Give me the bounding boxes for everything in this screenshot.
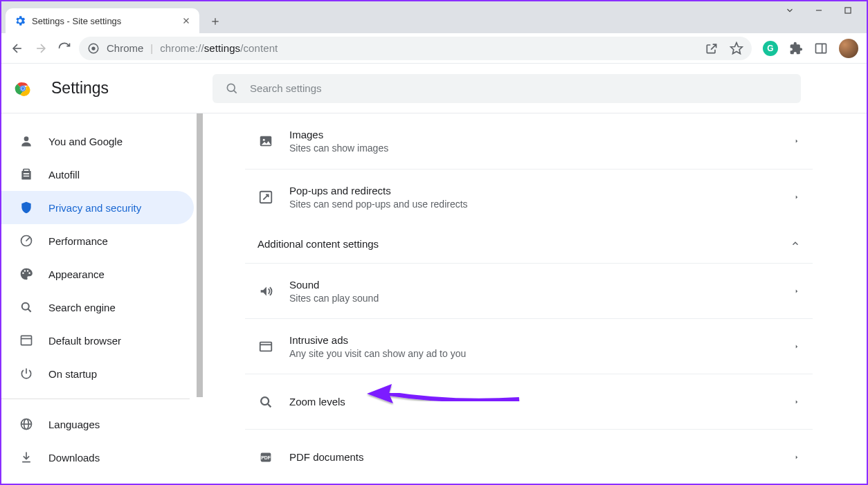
sidebar-scrollbar[interactable] xyxy=(195,113,204,484)
sidebar-item-label: Performance xyxy=(48,235,108,247)
sound-icon xyxy=(258,284,273,299)
svg-point-16 xyxy=(21,86,24,89)
person-icon xyxy=(19,134,33,148)
reload-button[interactable] xyxy=(57,41,72,56)
svg-point-21 xyxy=(22,303,29,310)
window-controls xyxy=(785,6,853,15)
sidebar-item-label: You and Google xyxy=(48,136,123,147)
row-subtitle: Sites can show images xyxy=(289,143,793,154)
setting-row-pdf-documents[interactable]: PDF PDF documents xyxy=(245,429,813,484)
chrome-logo-icon xyxy=(14,80,32,98)
profile-avatar[interactable] xyxy=(839,39,858,58)
search-icon xyxy=(225,82,239,95)
row-title: Images xyxy=(289,129,793,140)
side-panel-icon[interactable] xyxy=(814,42,828,55)
back-button[interactable] xyxy=(10,41,25,56)
gear-icon xyxy=(14,15,26,27)
chevron-right-icon xyxy=(793,452,800,462)
setting-row-intrusive-ads[interactable]: Intrusive adsAny site you visit can show… xyxy=(245,318,813,374)
forward-button xyxy=(33,41,48,56)
sidebar-item-on-startup[interactable]: On startup xyxy=(1,357,194,390)
sidebar-item-you-and-google[interactable]: You and Google xyxy=(1,125,194,158)
setting-row-popups[interactable]: Pop-ups and redirectsSites can send pop-… xyxy=(245,169,813,224)
sidebar-item-autofill[interactable]: Autofill xyxy=(1,158,194,191)
section-title: Additional content settings xyxy=(257,238,379,250)
grammarly-extension-icon[interactable]: G xyxy=(763,41,778,56)
popup-icon xyxy=(258,190,273,205)
sidebar-item-performance[interactable]: Performance xyxy=(1,224,194,257)
sidebar-item-label: Languages xyxy=(48,419,100,430)
window-dropdown-icon[interactable] xyxy=(785,6,795,15)
svg-point-17 xyxy=(227,84,235,91)
main-panel: ImagesSites can show images Pop-ups and … xyxy=(204,113,867,484)
search-placeholder: Search settings xyxy=(250,82,321,94)
chevron-right-icon xyxy=(793,397,800,407)
new-tab-button[interactable] xyxy=(205,11,226,32)
chevron-right-icon xyxy=(793,286,800,296)
tab-strip: Settings - Site settings xyxy=(1,1,867,33)
row-title: Sound xyxy=(289,279,793,291)
row-title: Zoom levels xyxy=(289,396,793,408)
search-settings-input[interactable]: Search settings xyxy=(213,74,801,103)
browser-tab[interactable]: Settings - Site settings xyxy=(6,8,199,33)
row-title: PDF documents xyxy=(289,451,793,463)
svg-point-9 xyxy=(91,46,95,50)
browser-icon xyxy=(19,333,33,347)
row-subtitle: Any site you visit can show any ad to yo… xyxy=(289,348,793,359)
sidebar-item-label: Autofill xyxy=(48,169,80,181)
section-additional-content[interactable]: Additional content settings xyxy=(245,224,813,263)
chevron-up-icon xyxy=(790,239,800,248)
sidebar-item-label: Default browser xyxy=(48,335,121,347)
setting-row-zoom-levels[interactable]: Zoom levels xyxy=(245,374,813,429)
sidebar-item-default-browser[interactable]: Default browser xyxy=(1,324,194,357)
page-title: Settings xyxy=(51,79,109,98)
chevron-right-icon xyxy=(793,136,800,146)
sidebar: You and Google Autofill Privacy and secu… xyxy=(1,113,204,484)
svg-rect-11 xyxy=(816,44,826,53)
sidebar-item-search-engine[interactable]: Search engine xyxy=(1,291,194,324)
row-title: Pop-ups and redirects xyxy=(289,185,793,196)
sidebar-item-privacy[interactable]: Privacy and security xyxy=(1,191,194,224)
bookmark-star-icon[interactable] xyxy=(730,42,743,55)
share-icon[interactable] xyxy=(705,42,718,55)
power-icon xyxy=(19,367,33,381)
chevron-right-icon xyxy=(793,192,800,202)
sidebar-item-appearance[interactable]: Appearance xyxy=(1,257,194,291)
row-subtitle: Sites can send pop-ups and use redirects xyxy=(289,199,793,210)
address-bar[interactable]: Chrome | chrome://settings/content xyxy=(79,37,752,60)
svg-rect-1 xyxy=(845,8,851,13)
svg-rect-31 xyxy=(260,342,272,351)
row-title: Intrusive ads xyxy=(289,334,793,346)
toolbar: Chrome | chrome://settings/content G xyxy=(1,33,867,64)
search-icon xyxy=(19,300,33,314)
sidebar-item-downloads[interactable]: Downloads xyxy=(1,441,194,474)
shield-icon xyxy=(19,201,33,214)
tab-title: Settings - Site settings xyxy=(32,16,176,26)
svg-line-18 xyxy=(234,90,237,93)
svg-line-34 xyxy=(268,403,271,407)
svg-rect-23 xyxy=(21,336,32,345)
svg-point-33 xyxy=(261,397,269,405)
svg-marker-10 xyxy=(731,42,743,53)
divider xyxy=(1,399,190,399)
sidebar-item-label: Downloads xyxy=(48,452,100,464)
sidebar-item-label: Search engine xyxy=(48,302,116,313)
speedometer-icon xyxy=(19,234,33,248)
sidebar-item-languages[interactable]: Languages xyxy=(1,408,194,441)
window-icon xyxy=(258,339,273,354)
setting-row-images[interactable]: ImagesSites can show images xyxy=(245,113,813,169)
setting-row-sound[interactable]: SoundSites can play sound xyxy=(245,263,813,318)
sidebar-item-label: Privacy and security xyxy=(48,202,141,214)
svg-point-19 xyxy=(24,136,29,141)
svg-line-22 xyxy=(28,309,31,312)
palette-icon xyxy=(19,267,33,281)
url-scheme: Chrome xyxy=(107,42,143,54)
download-icon xyxy=(19,450,33,464)
svg-point-29 xyxy=(263,139,265,141)
chevron-right-icon xyxy=(793,342,800,351)
window-maximize-icon[interactable] xyxy=(843,6,853,15)
extensions-icon[interactable] xyxy=(789,42,803,55)
window-minimize-icon[interactable] xyxy=(814,6,824,15)
magnifier-icon xyxy=(258,394,273,410)
close-icon[interactable] xyxy=(181,16,191,26)
